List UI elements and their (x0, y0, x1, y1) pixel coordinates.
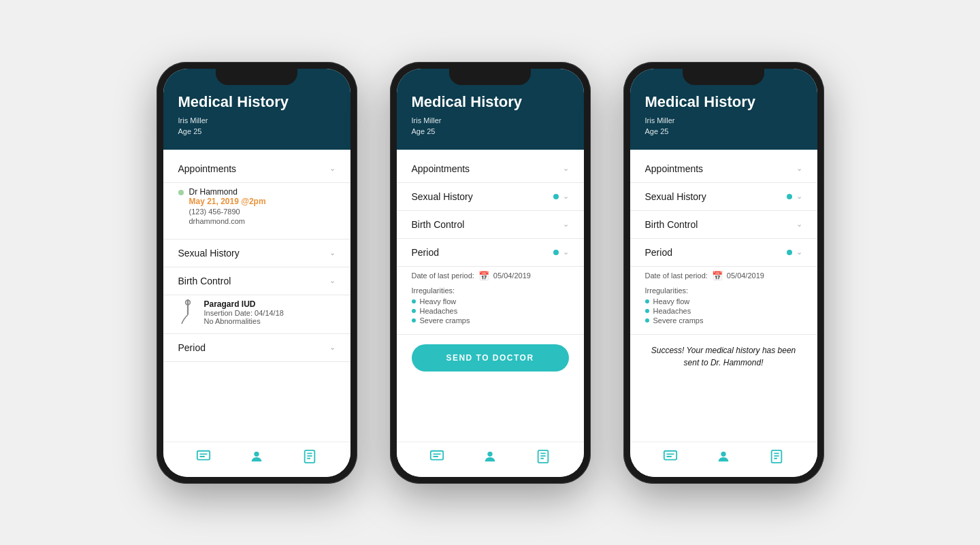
sexual-history-dot-3 (787, 194, 792, 199)
nav-chat-icon-2[interactable] (429, 449, 444, 467)
sexual-history-label-2: Sexual History (412, 191, 473, 202)
bc-device-1: Paragard IUD (204, 299, 284, 309)
appt-dot-1 (178, 190, 184, 195)
header-name-3: Iris Miller Age 25 (645, 115, 802, 137)
period-row-3[interactable]: Period ⌄ (630, 239, 817, 267)
appointments-chevron-1: ⌄ (329, 164, 336, 173)
bottom-nav-2 (397, 442, 584, 477)
nav-notes-icon-2[interactable] (536, 449, 551, 467)
sexual-history-chevron-3: ⌄ (796, 192, 802, 201)
irreg-item-cramps-3: Severe cramps (645, 316, 802, 325)
irreg-item-heavy-3: Heavy flow (645, 297, 802, 305)
period-chevron-3: ⌄ (796, 248, 802, 257)
svg-point-5 (254, 451, 259, 456)
calendar-icon-2: 📅 (478, 271, 489, 281)
nav-chat-icon-1[interactable] (196, 449, 211, 467)
success-message: Success! Your medical history has been s… (645, 344, 802, 369)
appointments-row-3[interactable]: Appointments ⌄ (630, 155, 817, 183)
bc-item-1: Paragard IUD Insertion Date: 04/14/18 No… (178, 299, 336, 325)
irreg-item-cramps-2: Severe cramps (412, 316, 569, 325)
appointments-chevron-3: ⌄ (796, 164, 802, 173)
birth-control-content-1: Paragard IUD Insertion Date: 04/14/18 No… (163, 295, 350, 334)
sexual-history-label-1: Sexual History (178, 248, 240, 259)
header-name-1: Iris Miller Age 25 (178, 115, 336, 137)
phone-2: Medical History Iris Miller Age 25 Appoi… (390, 62, 591, 484)
send-to-doctor-button[interactable]: SEND TO DOCTOR (412, 344, 569, 371)
notch-3 (683, 69, 764, 85)
appointments-chevron-2: ⌄ (563, 164, 569, 173)
period-label-2: Period (412, 247, 439, 258)
birth-control-label-3: Birth Control (645, 219, 698, 230)
header-title-2: Medical History (412, 93, 569, 111)
irreg-label-3: Irregularities: (645, 286, 802, 295)
phone-1: Medical History Iris Miller Age 25 Appoi… (157, 62, 357, 484)
period-label-3: Period (645, 247, 672, 258)
appt-time-1: May 21, 2019 @2pm (189, 197, 266, 206)
nav-profile-icon-2[interactable] (483, 449, 497, 467)
appt-phone-1: (123) 456-7890 (189, 208, 266, 216)
bc-note-1: No Abnormalities (204, 317, 284, 325)
period-dot-2 (553, 250, 559, 255)
appt-doctor-1: Dr Hammond (189, 187, 266, 197)
birth-control-chevron-3: ⌄ (796, 220, 802, 229)
irreg-item-heavy-2: Heavy flow (412, 297, 569, 305)
phone-2-inner: Medical History Iris Miller Age 25 Appoi… (397, 69, 584, 477)
sexual-history-label-3: Sexual History (645, 191, 706, 202)
bc-insertion-1: Insertion Date: 04/14/18 (204, 309, 284, 317)
appointments-row-1[interactable]: Appointments ⌄ (163, 155, 350, 183)
nav-notes-icon-1[interactable] (302, 449, 317, 467)
svg-rect-10 (430, 450, 442, 459)
sexual-history-row-2[interactable]: Sexual History ⌄ (397, 183, 584, 211)
appointments-label-1: Appointments (178, 163, 237, 174)
birth-control-row-2[interactable]: Birth Control ⌄ (397, 211, 584, 239)
phone-2-content: Appointments ⌄ Sexual History ⌄ (397, 150, 584, 442)
phone-3-content: Appointments ⌄ Sexual History ⌄ (630, 150, 817, 442)
notch-1 (216, 69, 297, 85)
phone-1-content: Appointments ⌄ Dr Hammond May 21, 2019 @… (163, 150, 350, 442)
birth-control-row-3[interactable]: Birth Control ⌄ (630, 211, 817, 239)
phone-3: Medical History Iris Miller Age 25 Appoi… (623, 62, 824, 484)
birth-control-chevron-1: ⌄ (329, 276, 336, 285)
header-title-3: Medical History (645, 93, 802, 111)
birth-control-label-2: Birth Control (412, 219, 465, 230)
phone-1-inner: Medical History Iris Miller Age 25 Appoi… (163, 69, 350, 477)
calendar-icon-3: 📅 (712, 271, 723, 281)
svg-rect-18 (664, 450, 676, 459)
birth-control-label-1: Birth Control (178, 276, 231, 286)
period-content-2: Date of last period: 📅 05/04/2019 Irregu… (397, 267, 584, 335)
phones-container: Medical History Iris Miller Age 25 Appoi… (129, 35, 851, 511)
svg-point-13 (487, 451, 492, 456)
phone-3-inner: Medical History Iris Miller Age 25 Appoi… (630, 69, 817, 477)
nav-chat-icon-3[interactable] (663, 449, 678, 467)
appointments-row-2[interactable]: Appointments ⌄ (397, 155, 584, 183)
birth-control-row-1[interactable]: Birth Control ⌄ (163, 267, 350, 295)
birth-control-chevron-2: ⌄ (563, 220, 569, 229)
period-date-field-3: Date of last period: 📅 05/04/2019 (645, 271, 802, 281)
nav-profile-icon-3[interactable] (716, 449, 731, 467)
sexual-history-row-1[interactable]: Sexual History ⌄ (163, 240, 350, 267)
period-dot-3 (787, 250, 792, 255)
sexual-history-dot-2 (553, 194, 559, 199)
appt-web-1: drhammond.com (189, 217, 266, 225)
appointments-label-3: Appointments (645, 163, 704, 174)
header-name-2: Iris Miller Age 25 (412, 115, 569, 137)
nav-profile-icon-1[interactable] (249, 449, 264, 467)
notch-2 (449, 69, 531, 85)
bottom-nav-3 (630, 442, 817, 477)
nav-notes-icon-3[interactable] (769, 449, 784, 467)
irreg-item-headaches-3: Headaches (645, 307, 802, 315)
sexual-history-chevron-1: ⌄ (329, 248, 336, 257)
period-date-field-2: Date of last period: 📅 05/04/2019 (412, 271, 569, 281)
sexual-history-row-3[interactable]: Sexual History ⌄ (630, 183, 817, 211)
period-label-1: Period (178, 342, 206, 353)
period-row-1[interactable]: Period ⌄ (163, 334, 350, 362)
appointments-content-1: Dr Hammond May 21, 2019 @2pm (123) 456-7… (163, 183, 350, 240)
irreg-label-2: Irregularities: (412, 286, 569, 295)
iud-icon (178, 299, 197, 324)
period-row-2[interactable]: Period ⌄ (397, 239, 584, 267)
header-title-1: Medical History (178, 93, 336, 111)
bottom-nav-1 (163, 442, 350, 477)
period-chevron-1: ⌄ (329, 343, 336, 352)
period-chevron-2: ⌄ (563, 248, 569, 257)
irreg-item-headaches-2: Headaches (412, 307, 569, 315)
